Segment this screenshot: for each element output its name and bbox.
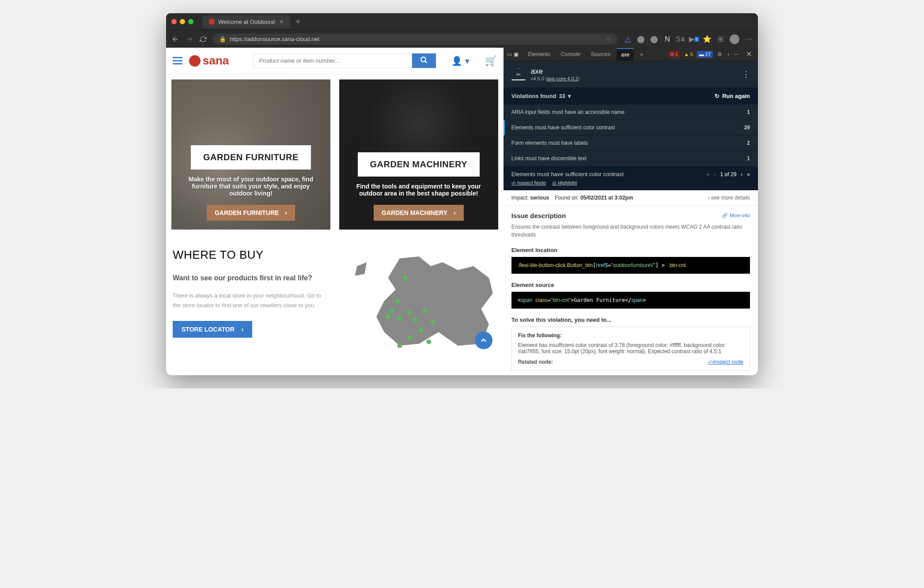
favorite-icon[interactable]: ☆	[606, 36, 611, 42]
scroll-to-top-button[interactable]	[475, 332, 492, 349]
profile-avatar[interactable]	[730, 34, 739, 44]
page-content: sana 👤 ▾ 🛒 GARDEN FURNITURE Make the mos…	[166, 48, 504, 375]
svg-point-0	[421, 57, 426, 62]
favorites-icon[interactable]: ⭐	[703, 35, 711, 43]
tab-title: Welcome at Outdoora!	[218, 19, 276, 25]
tile-desc: Make the most of your outdoor space, fin…	[180, 176, 322, 197]
close-window-button[interactable]	[171, 19, 177, 24]
inspect-element-icon[interactable]: ▣	[514, 51, 519, 57]
issue-title: Elements must have sufficient color cont…	[511, 171, 699, 177]
settings-icon[interactable]: ⚙	[715, 51, 725, 57]
svg-point-7	[413, 317, 418, 322]
tab-sources[interactable]: Sources	[587, 49, 615, 60]
url-box[interactable]: 🔒 https://addonsource.sana-cloud.net ☆	[213, 34, 617, 45]
lock-icon: 🔒	[219, 36, 226, 42]
issue-desc-heading: Issue description	[511, 212, 566, 219]
run-again-button[interactable]: ↻ Run again	[715, 93, 750, 99]
prev-issue-button[interactable]: ‹	[714, 171, 716, 177]
hamburger-menu-button[interactable]	[173, 57, 182, 64]
extension-icon[interactable]: N	[663, 35, 671, 43]
close-tab-button[interactable]: ✕	[279, 19, 284, 25]
refresh-button[interactable]	[200, 36, 207, 43]
element-location-heading: Element location	[511, 247, 750, 253]
new-tab-button[interactable]: +	[295, 17, 301, 27]
tile-desc: Find the tools and equipment to keep you…	[348, 183, 489, 197]
svg-point-12	[427, 339, 432, 344]
maximize-window-button[interactable]	[188, 19, 193, 24]
garden-machinery-button[interactable]: GARDEN MACHINERY›	[374, 205, 464, 221]
close-devtools-button[interactable]: ✕	[743, 50, 754, 58]
collections-icon[interactable]: ⊞	[716, 35, 724, 43]
related-node-heading: Related node:	[518, 359, 553, 365]
violation-rule[interactable]: Links must have discernible text1	[504, 151, 758, 166]
where-text: There is always a local store in your ne…	[173, 291, 328, 310]
logo-text: sana	[203, 54, 229, 68]
chevron-down-icon[interactable]: ▾	[568, 93, 571, 99]
logo-icon	[189, 55, 201, 67]
svg-point-4	[386, 314, 390, 319]
extension-icon[interactable]: ⬤	[650, 35, 658, 43]
menu-button[interactable]: ⋯	[745, 35, 753, 43]
back-button[interactable]	[171, 35, 179, 43]
garden-furniture-button[interactable]: GARDEN FURNITURE›	[207, 205, 295, 221]
tab-elements[interactable]: Elements	[524, 49, 555, 60]
violation-rule[interactable]: ARIA input fields must have an accessibl…	[504, 105, 758, 120]
svg-point-3	[390, 309, 394, 313]
issue-description: Ensures the contrast between foreground …	[511, 223, 750, 239]
extension-axe-icon[interactable]: △	[624, 35, 632, 43]
search-button[interactable]	[412, 53, 436, 68]
svg-point-1	[403, 275, 408, 280]
svg-point-6	[407, 310, 412, 315]
cart-button[interactable]: 🛒	[485, 55, 497, 67]
last-issue-button[interactable]: »	[747, 171, 750, 177]
warning-count[interactable]: ▲ 5	[682, 51, 695, 58]
violations-bar: Violations found 33 ▾ ↻ Run again	[504, 87, 758, 105]
window-titlebar: Welcome at Outdoora! ✕ +	[166, 13, 758, 30]
url-text: https://addonsource.sana-cloud.net	[230, 36, 319, 42]
site-logo[interactable]: sana	[189, 54, 229, 68]
favicon-icon	[208, 19, 215, 25]
forward-button[interactable]	[186, 35, 193, 43]
tile-title: GARDEN FURNITURE	[191, 145, 311, 170]
extension-icon[interactable]: ▶6	[690, 35, 698, 43]
axe-title: axe	[531, 67, 580, 76]
next-issue-button[interactable]: ›	[741, 171, 742, 177]
device-toggle-icon[interactable]: ▭	[507, 51, 512, 57]
address-bar: 🔒 https://addonsource.sana-cloud.net ☆ △…	[166, 30, 758, 48]
tab-console[interactable]: Console	[557, 49, 585, 60]
info-count[interactable]: ▬ 27	[697, 51, 713, 58]
svg-point-11	[407, 335, 412, 340]
svg-point-9	[430, 320, 435, 325]
tile-title: GARDEN MACHINERY	[358, 152, 480, 177]
svg-point-10	[419, 328, 424, 333]
element-source-code: <span class="btn-cnt">Garden Furniture</…	[511, 292, 750, 309]
more-tabs-button[interactable]: »	[636, 49, 648, 60]
dock-icon[interactable]: ⫞	[727, 51, 729, 57]
more-info-link[interactable]: 🔗 More info	[722, 213, 750, 219]
error-count[interactable]: ⊘ 1	[668, 50, 680, 58]
where-title: WHERE TO BUY	[173, 248, 328, 262]
inspect-node-link[interactable]: ‹/› Inspect Node	[511, 180, 546, 186]
browser-tab[interactable]: Welcome at Outdoora! ✕	[202, 15, 290, 28]
solve-heading: To solve this violation, you need to...	[511, 317, 750, 323]
extension-icon[interactable]: S1	[677, 35, 685, 43]
violation-rule[interactable]: Elements must have sufficient color cont…	[504, 120, 758, 136]
inspect-node-link[interactable]: ‹/›Inspect node	[708, 359, 743, 365]
store-map[interactable]	[341, 248, 497, 356]
user-menu-button[interactable]: 👤 ▾	[451, 56, 470, 66]
highlight-link[interactable]: ◎ Highlight	[552, 180, 577, 186]
axe-menu-button[interactable]: ⋮	[742, 69, 750, 79]
more-options-button[interactable]: ⋯	[731, 51, 742, 57]
issue-header: Elements must have sufficient color cont…	[504, 166, 758, 190]
minimize-window-button[interactable]	[180, 19, 185, 24]
violation-rule[interactable]: Form elements must have labels2	[504, 136, 758, 151]
fix-text: Element has insufficient color contrast …	[518, 342, 743, 354]
fix-box: Fix the following: Element has insuffici…	[511, 327, 750, 371]
svg-point-2	[395, 299, 400, 304]
tab-axe[interactable]: axe	[617, 48, 634, 60]
search-input[interactable]	[253, 53, 412, 68]
see-more-details-button[interactable]: › see more details	[708, 195, 750, 201]
store-locator-button[interactable]: STORE LOCATOR›	[173, 321, 252, 338]
first-issue-button[interactable]: «	[707, 171, 710, 177]
extension-icon[interactable]: ⬤	[637, 35, 645, 43]
